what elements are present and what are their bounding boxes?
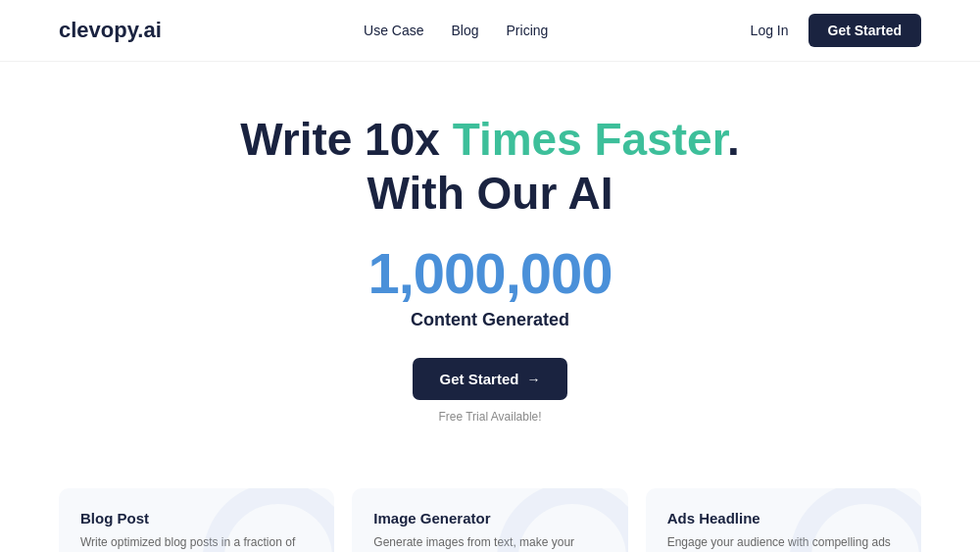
free-trial-text: Free Trial Available! xyxy=(20,410,960,424)
hero-section: Write 10x Times Faster. With Our AI 1,00… xyxy=(0,62,980,459)
card-title: Blog Post xyxy=(80,510,313,527)
feature-card: Ads Headline Engage your audience with c… xyxy=(646,488,921,552)
nav-link-blog[interactable]: Blog xyxy=(452,23,479,38)
navbar: clevopy.ai Use Case Blog Pricing Log In … xyxy=(0,0,980,62)
headline-part2: . xyxy=(727,114,740,165)
get-started-nav-button[interactable]: Get Started xyxy=(808,14,921,47)
nav-link-pricing[interactable]: Pricing xyxy=(507,23,549,38)
card-title: Ads Headline xyxy=(667,510,900,527)
hero-headline: Write 10x Times Faster. With Our AI xyxy=(20,113,960,221)
arrow-icon: → xyxy=(526,372,540,387)
logo-text: clevopy.ai xyxy=(59,18,162,42)
feature-card: Blog Post Write optimized blog posts in … xyxy=(59,488,334,552)
card-desc: Engage your audience with compelling ads… xyxy=(667,533,900,552)
nav-links: Use Case Blog Pricing xyxy=(364,23,548,38)
nav-link-usecase[interactable]: Use Case xyxy=(364,23,423,38)
hero-stat: 1,000,000 xyxy=(20,240,960,306)
logo: clevopy.ai xyxy=(59,18,162,43)
cards-grid: Blog Post Write optimized blog posts in … xyxy=(0,459,980,552)
card-title: Image Generator xyxy=(373,510,606,527)
card-desc: Generate images from text, make your ima… xyxy=(373,533,606,552)
headline-line2: With Our AI xyxy=(368,168,613,219)
get-started-label: Get Started xyxy=(440,371,519,387)
get-started-hero-button[interactable]: Get Started → xyxy=(413,358,568,400)
headline-part1: Write 10x xyxy=(240,114,452,165)
feature-card: Image Generator Generate images from tex… xyxy=(352,488,627,552)
hero-sub: Content Generated xyxy=(20,310,960,330)
nav-actions: Log In Get Started xyxy=(751,14,921,47)
card-desc: Write optimized blog posts in a fraction… xyxy=(80,533,313,552)
headline-highlight: Times Faster xyxy=(453,114,727,165)
login-button[interactable]: Log In xyxy=(751,23,789,38)
